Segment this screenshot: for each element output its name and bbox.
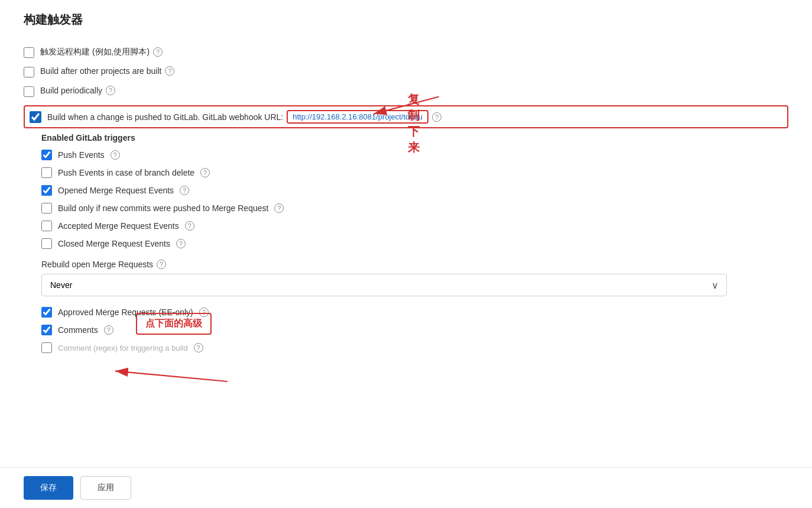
- trigger-push-events-label: Push Events: [58, 150, 105, 160]
- trigger-opened-merge-request: Opened Merge Request Events ?: [41, 185, 788, 196]
- trigger-after-other-label: Build after other projects are built ?: [40, 66, 174, 76]
- trigger-new-commits-merge-request: Build only if new commits were pushed to…: [41, 203, 788, 213]
- trigger-remote-checkbox[interactable]: [24, 47, 34, 58]
- trigger-push-events-checkbox[interactable]: [41, 150, 52, 160]
- trigger-partial-checkbox[interactable]: [41, 342, 52, 353]
- trigger-push-events-branch-delete-help-icon[interactable]: ?: [200, 168, 210, 177]
- trigger-opened-merge-request-help-icon[interactable]: ?: [180, 186, 189, 195]
- trigger-push-events-branch-delete-label: Push Events in case of branch delete: [58, 168, 194, 177]
- page-title: 构建触发器: [24, 12, 788, 33]
- trigger-partial: Comment (regex) for triggering a build ?: [41, 342, 788, 353]
- trigger-after-other-checkbox[interactable]: [24, 67, 34, 77]
- trigger-gitlab: Build when a change is pushed to GitLab.…: [24, 105, 788, 128]
- trigger-accepted-merge-request: Accepted Merge Request Events ?: [41, 221, 788, 231]
- trigger-after-other-help-icon[interactable]: ?: [165, 66, 174, 76]
- trigger-periodically: Build periodically ?: [24, 86, 788, 97]
- trigger-opened-merge-request-label: Opened Merge Request Events: [58, 186, 174, 195]
- trigger-push-events-branch-delete-checkbox[interactable]: [41, 167, 52, 178]
- trigger-accepted-merge-request-help-icon[interactable]: ?: [185, 221, 194, 231]
- rebuild-select[interactable]: Never On push to source branch On push t…: [41, 274, 727, 296]
- save-button[interactable]: 保存: [24, 476, 73, 500]
- rebuild-select-wrapper: Never On push to source branch On push t…: [41, 274, 727, 296]
- trigger-new-commits-merge-request-label: Build only if new commits were pushed to…: [58, 203, 268, 213]
- bottom-bar: 保存 应用: [0, 467, 812, 508]
- trigger-after-other: Build after other projects are built ?: [24, 66, 788, 77]
- more-items-placeholder: Comment (regex) for triggering a build ?: [41, 342, 788, 402]
- trigger-comments-label: Comments: [58, 325, 98, 335]
- trigger-comments-checkbox[interactable]: [41, 325, 52, 335]
- trigger-periodically-help-icon[interactable]: ?: [106, 86, 115, 95]
- trigger-partial-help-icon[interactable]: ?: [194, 343, 203, 352]
- trigger-periodically-label: Build periodically ?: [40, 86, 115, 95]
- rebuild-label: Rebuild open Merge Requests ?: [41, 260, 788, 269]
- trigger-gitlab-label: Build when a change is pushed to GitLab.…: [47, 110, 441, 124]
- rebuild-help-icon[interactable]: ?: [157, 260, 166, 269]
- trigger-partial-label: Comment (regex) for triggering a build: [58, 344, 188, 352]
- trigger-closed-merge-request-label: Closed Merge Request Events: [58, 239, 170, 248]
- trigger-closed-merge-request-checkbox[interactable]: [41, 238, 52, 249]
- trigger-remote-help-icon[interactable]: ?: [153, 47, 163, 57]
- trigger-periodically-checkbox[interactable]: [24, 86, 34, 97]
- trigger-push-events-help-icon[interactable]: ?: [111, 150, 120, 160]
- trigger-accepted-merge-request-label: Accepted Merge Request Events: [58, 221, 179, 231]
- more-triggers-section: Approved Merge Requests (EE-only) ? Comm…: [41, 307, 788, 335]
- trigger-new-commits-merge-request-help-icon[interactable]: ?: [274, 203, 284, 213]
- advanced-annotation: 点下面的高级: [136, 313, 212, 335]
- trigger-new-commits-merge-request-checkbox[interactable]: [41, 203, 52, 213]
- trigger-remote-label: 触发远程构建 (例如,使用脚本) ?: [40, 47, 163, 57]
- trigger-approved-merge-request-checkbox[interactable]: [41, 307, 52, 318]
- trigger-closed-merge-request: Closed Merge Request Events ?: [41, 238, 788, 249]
- trigger-remote: 触发远程构建 (例如,使用脚本) ?: [24, 47, 788, 58]
- apply-button[interactable]: 应用: [80, 476, 131, 500]
- trigger-push-events-branch-delete: Push Events in case of branch delete ?: [41, 167, 788, 178]
- trigger-accepted-merge-request-checkbox[interactable]: [41, 221, 52, 231]
- trigger-comments-help-icon[interactable]: ?: [104, 325, 113, 335]
- trigger-gitlab-checkbox[interactable]: [30, 111, 41, 123]
- trigger-gitlab-help-icon[interactable]: ?: [432, 112, 441, 122]
- rebuild-section: Rebuild open Merge Requests ? Never On p…: [41, 260, 788, 296]
- trigger-opened-merge-request-checkbox[interactable]: [41, 185, 52, 196]
- trigger-closed-merge-request-help-icon[interactable]: ?: [176, 239, 186, 248]
